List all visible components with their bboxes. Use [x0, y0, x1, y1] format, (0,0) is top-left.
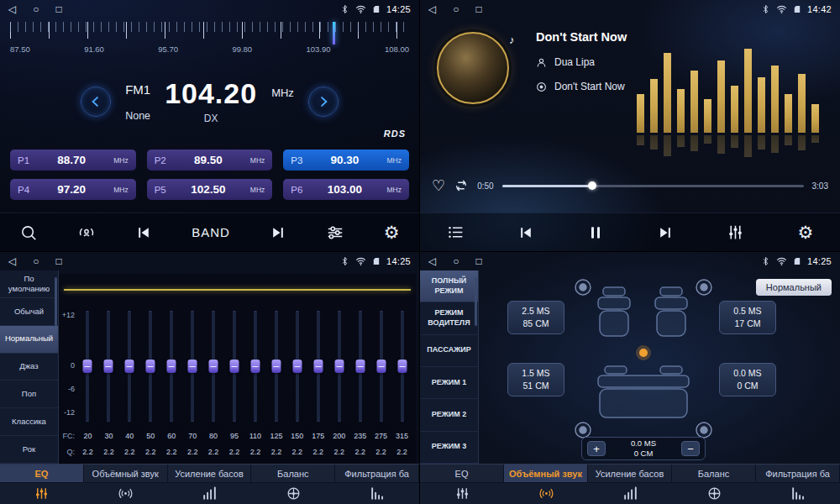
front-left-delay[interactable]: 2.5 MS 85 CM — [507, 301, 564, 334]
audio-tab[interactable]: Объёмный звук — [84, 465, 168, 482]
eq-preset-item[interactable]: По умолчанию — [0, 270, 58, 298]
surround-preset-button[interactable]: Нормальный — [756, 279, 832, 296]
eq-band-slider[interactable] — [119, 311, 140, 422]
eq-slider-knob[interactable] — [250, 360, 260, 373]
eq-band-slider[interactable] — [328, 311, 349, 422]
playlist-button[interactable] — [447, 223, 465, 241]
back-icon[interactable]: ◁ — [8, 4, 16, 14]
band-button[interactable]: BAND — [192, 225, 230, 239]
preset-button[interactable]: P3 90.30 MHz — [283, 150, 409, 171]
eq-band-slider[interactable] — [182, 311, 203, 422]
recents-icon[interactable]: □ — [55, 256, 61, 266]
eq-slider-knob[interactable] — [167, 360, 176, 373]
tab-icon-surround[interactable] — [504, 483, 588, 504]
audio-settings-button[interactable] — [326, 223, 344, 242]
audio-tab[interactable]: Баланс — [251, 465, 335, 482]
tab-icon-surround[interactable] — [84, 483, 168, 504]
eq-preset-item[interactable]: Обычай — [0, 298, 58, 326]
eq-preset-item[interactable]: Рок — [0, 436, 58, 464]
eq-slider-knob[interactable] — [209, 360, 218, 373]
audio-tab[interactable]: Усиление басов — [588, 465, 672, 482]
settings-button[interactable]: ⚙ — [384, 223, 400, 241]
home-icon[interactable]: ○ — [453, 256, 459, 266]
eq-slider-knob[interactable] — [188, 360, 197, 373]
audio-tab[interactable]: EQ — [0, 465, 84, 482]
home-icon[interactable]: ○ — [33, 4, 39, 14]
eq-band-slider[interactable] — [224, 311, 245, 422]
delay-decrease-button[interactable]: − — [681, 441, 700, 456]
eq-band-slider[interactable] — [98, 311, 119, 422]
home-icon[interactable]: ○ — [33, 256, 39, 266]
pause-button[interactable] — [587, 224, 604, 241]
eq-band-slider[interactable] — [286, 311, 307, 422]
recents-icon[interactable]: □ — [55, 4, 61, 14]
equalizer-button[interactable] — [727, 223, 744, 241]
next-station-button[interactable] — [270, 224, 286, 241]
eq-slider-knob[interactable] — [146, 360, 155, 373]
eq-slider-knob[interactable] — [125, 360, 134, 373]
listening-mode-item[interactable]: РЕЖИМ 3 — [420, 432, 478, 464]
tab-icon-balance[interactable] — [672, 483, 756, 504]
delay-increase-button[interactable]: + — [587, 441, 606, 456]
listening-mode-item[interactable]: РЕЖИМ 1 — [420, 367, 478, 399]
preset-button[interactable]: P5 102.50 MHz — [147, 179, 273, 200]
preset-button[interactable]: P4 97.20 MHz — [10, 179, 136, 200]
seek-knob[interactable] — [588, 181, 596, 190]
eq-band-slider[interactable] — [77, 311, 98, 422]
eq-band-slider[interactable] — [140, 311, 161, 422]
rear-right-delay[interactable]: 0.0 MS 0 CM — [719, 363, 776, 396]
listening-mode-item[interactable]: РЕЖИМ ВОДИТЕЛЯ — [420, 302, 478, 334]
front-right-delay[interactable]: 0.5 MS 17 CM — [719, 301, 776, 334]
tuner-scale[interactable]: 87.5091.6095.7099.80103.90108.00 — [10, 22, 409, 59]
listening-mode-item[interactable]: ПОЛНЫЙ РЕЖИМ — [420, 270, 478, 302]
radio-program-button[interactable] — [77, 223, 96, 242]
preset-button[interactable]: P6 103.00 MHz — [283, 179, 409, 200]
previous-station-button[interactable] — [135, 224, 152, 241]
eq-slider-knob[interactable] — [376, 360, 386, 373]
repeat-button[interactable] — [454, 178, 469, 193]
audio-tab[interactable]: Объёмный звук — [504, 465, 588, 482]
back-icon[interactable]: ◁ — [8, 256, 16, 266]
eq-band-slider[interactable] — [265, 311, 286, 422]
eq-band-slider[interactable] — [203, 311, 224, 422]
eq-band-slider[interactable] — [245, 311, 266, 422]
tab-icon-bass-boost[interactable] — [168, 483, 252, 504]
audio-tab[interactable]: Фильтрация ба — [335, 465, 419, 482]
audio-tab[interactable]: Фильтрация ба — [756, 465, 840, 482]
eq-slider-knob[interactable] — [271, 360, 281, 373]
seek-down-button[interactable] — [81, 87, 111, 117]
eq-slider-knob[interactable] — [104, 360, 113, 373]
recents-icon[interactable]: □ — [475, 256, 481, 266]
eq-slider-knob[interactable] — [355, 360, 365, 373]
tab-icon-filter[interactable] — [335, 483, 419, 504]
audio-tab[interactable]: Усиление басов — [168, 465, 252, 482]
next-track-button[interactable] — [657, 224, 674, 241]
search-stations-button[interactable] — [19, 223, 38, 242]
seek-bar[interactable] — [502, 185, 804, 187]
eq-preset-item[interactable]: Классика — [0, 408, 58, 436]
eq-slider-knob[interactable] — [334, 360, 344, 373]
audio-tab[interactable]: Баланс — [672, 465, 756, 482]
eq-band-slider[interactable] — [307, 311, 328, 422]
rear-left-delay[interactable]: 1.5 MS 51 CM — [507, 363, 564, 396]
listening-mode-item[interactable]: РЕЖИМ 2 — [420, 399, 478, 431]
favorite-button[interactable]: ♡ — [432, 178, 445, 193]
eq-band-slider[interactable] — [391, 311, 412, 422]
eq-slider-knob[interactable] — [83, 360, 92, 373]
preset-button[interactable]: P2 89.50 MHz — [147, 150, 273, 171]
tab-icon-bass-boost[interactable] — [588, 483, 672, 504]
eq-slider-knob[interactable] — [313, 360, 323, 373]
previous-track-button[interactable] — [517, 224, 534, 241]
settings-button[interactable]: ⚙ — [798, 223, 814, 241]
tab-icon-eq[interactable] — [420, 483, 504, 504]
audio-tab[interactable]: EQ — [420, 465, 504, 482]
eq-slider-knob[interactable] — [230, 360, 239, 373]
back-icon[interactable]: ◁ — [428, 4, 436, 14]
eq-band-slider[interactable] — [370, 311, 391, 422]
eq-band-slider[interactable] — [161, 311, 182, 422]
back-icon[interactable]: ◁ — [428, 256, 436, 266]
listening-mode-item[interactable]: ПАССАЖИР — [420, 335, 478, 367]
tab-icon-balance[interactable] — [251, 483, 335, 504]
home-icon[interactable]: ○ — [453, 4, 459, 14]
preset-button[interactable]: P1 88.70 MHz — [10, 150, 136, 171]
